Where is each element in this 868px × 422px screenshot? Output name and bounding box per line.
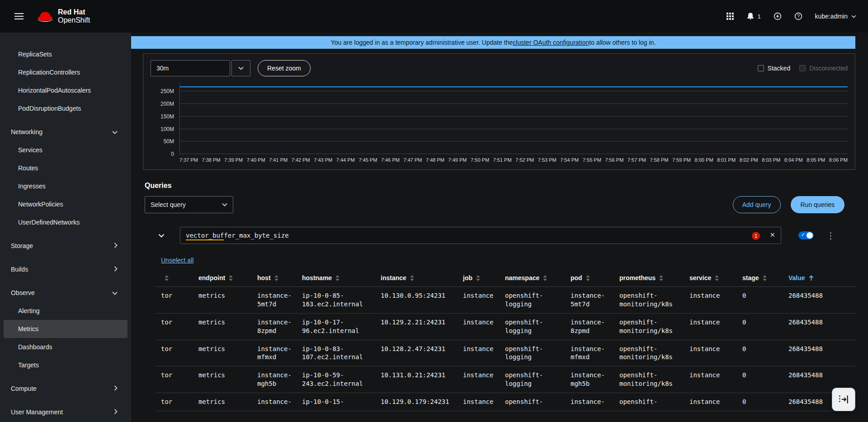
- column-header-prometheus[interactable]: prometheus: [614, 271, 684, 287]
- x-axis-label: 7:51 PM: [493, 157, 512, 164]
- sidebar-item-alerting[interactable]: Alerting: [0, 302, 131, 320]
- x-axis-label: 8:03 PM: [762, 157, 780, 164]
- masthead: Red Hat OpenShift 1: [0, 0, 868, 33]
- column-header-endpoint[interactable]: endpoint: [193, 271, 252, 287]
- hamburger-icon: [14, 13, 24, 20]
- x-axis-label: 7:53 PM: [538, 157, 557, 164]
- table-row: tormetricsinstance-​ip-​10-​0-​15-​10.12…: [156, 393, 855, 411]
- column-header-stage[interactable]: stage: [737, 271, 783, 287]
- column-label: stage: [742, 274, 759, 281]
- query-enabled-toggle[interactable]: ✓: [798, 231, 814, 239]
- redhat-openshift-logo[interactable]: Red Hat OpenShift: [37, 8, 90, 25]
- app-launcher-button[interactable]: [726, 13, 734, 20]
- sidebar-item-label: Ingresses: [18, 183, 46, 190]
- sidebar-item-networkpolicies[interactable]: NetworkPolicies: [0, 195, 131, 213]
- sidebar-item-label: Dashboards: [18, 343, 52, 351]
- y-axis-label: 50M: [164, 138, 174, 145]
- chevron-right-icon: [114, 242, 118, 249]
- help-button[interactable]: ?: [794, 12, 802, 20]
- clear-query-button[interactable]: ✕: [769, 231, 775, 239]
- sidebar-item-observe[interactable]: Observe: [0, 284, 131, 302]
- column-label: prometheus: [619, 274, 656, 281]
- sidebar-item-label: UserDefinedNetworks: [18, 219, 80, 226]
- sidebar-item-dashboards[interactable]: Dashboards: [0, 338, 131, 356]
- menu-toggle-button[interactable]: [12, 10, 26, 23]
- cell-host: instance-​8zpmd: [252, 313, 297, 340]
- cell-stage: 0: [737, 366, 783, 393]
- column-header-hostname[interactable]: hostname: [297, 271, 375, 287]
- column-header-namespace[interactable]: namespace: [500, 271, 565, 287]
- unselect-all-link[interactable]: Unselect all: [161, 257, 193, 264]
- x-axis-label: 7:42 PM: [292, 157, 310, 164]
- column-header-hidden[interactable]: [156, 271, 193, 287]
- run-queries-button[interactable]: Run queries: [791, 196, 845, 213]
- notification-count-badge: 1: [757, 13, 760, 20]
- metrics-chart-panel: Reset zoom Stacked Disconnected 050M100M: [143, 53, 855, 170]
- create-button[interactable]: [774, 12, 782, 20]
- cell-pod: instance-​: [565, 393, 614, 411]
- column-header-pod[interactable]: pod: [565, 271, 614, 287]
- cell-namespace: openshift-​logging: [500, 313, 565, 340]
- column-header-instance[interactable]: instance: [375, 271, 458, 287]
- sidebar-item-networking[interactable]: Networking: [0, 123, 131, 141]
- sort-icon: [763, 275, 767, 281]
- query-results-table-wrap: endpointhosthostnameinstancejobnamespace…: [156, 271, 855, 411]
- query-kebab-menu[interactable]: ⋮: [826, 231, 835, 240]
- sidebar-item-label: HorizontalPodAutoscalers: [18, 87, 91, 94]
- sidebar-item-user-management[interactable]: User Management: [0, 403, 131, 421]
- query-expression-input[interactable]: vector_buffer_max_byte_size 1 ✕: [180, 227, 781, 244]
- bell-icon: [746, 12, 755, 20]
- openshift-console: Red Hat OpenShift 1: [0, 0, 868, 422]
- sidebar-item-label: PodDisruptionBudgets: [18, 105, 81, 112]
- cell-endpoint: metrics: [193, 366, 252, 393]
- cell-instance: 10.131.0.21:24231: [375, 366, 458, 393]
- sidebar-item-userdefinednetworks[interactable]: UserDefinedNetworks: [0, 213, 131, 231]
- chevron-down-icon: [851, 15, 856, 18]
- cell-namespace: openshift-​: [500, 393, 565, 411]
- add-query-button[interactable]: Add query: [733, 196, 781, 213]
- user-menu-button[interactable]: kube:admin: [815, 13, 856, 20]
- sidebar-item-routes[interactable]: Routes: [0, 159, 131, 177]
- reset-zoom-button[interactable]: Reset zoom: [258, 60, 311, 76]
- column-label: hostname: [302, 274, 332, 281]
- cell-prometheus: openshift-​monitoring/k8s: [614, 313, 684, 340]
- x-axis-label: 7:39 PM: [224, 157, 243, 164]
- floating-drawer-button[interactable]: [832, 388, 855, 411]
- sidebar-item-metrics[interactable]: Metrics: [4, 320, 127, 338]
- sidebar-item-builds[interactable]: Builds: [0, 260, 131, 278]
- sidebar-item-ingresses[interactable]: Ingresses: [0, 177, 131, 195]
- cell-service: instance: [684, 340, 737, 366]
- sidebar-item-targets[interactable]: Targets: [0, 356, 131, 374]
- cell-prometheus: openshift-​: [614, 393, 684, 411]
- x-axis-label: 7:54 PM: [560, 157, 579, 164]
- sidebar-item-storage[interactable]: Storage: [0, 237, 131, 255]
- sidebar-item-replicationcontrollers[interactable]: ReplicationControllers: [0, 63, 131, 81]
- query-expander-button[interactable]: [156, 232, 166, 239]
- select-query-dropdown[interactable]: Select query: [145, 196, 233, 213]
- sidebar-item-poddisruptionbudgets[interactable]: PodDisruptionBudgets: [0, 99, 131, 117]
- x-axis-label: 7:45 PM: [359, 157, 377, 164]
- timerange-input[interactable]: [151, 60, 230, 76]
- x-axis-label: 7:50 PM: [471, 157, 489, 164]
- table-row: tormetricsinstance-​5mt7dip-​10-​0-​85-​…: [156, 287, 855, 314]
- column-header-service[interactable]: service: [684, 271, 737, 287]
- sidebar-item-horizontalpodautoscalers[interactable]: HorizontalPodAutoscalers: [0, 81, 131, 99]
- column-header-Value[interactable]: Value: [783, 271, 855, 287]
- sidebar-item-services[interactable]: Services: [0, 141, 131, 159]
- cell-hostname: ip-​10-​0-​85-​163.ec2.internal: [297, 287, 375, 314]
- stacked-checkbox[interactable]: Stacked: [758, 65, 791, 72]
- column-header-host[interactable]: host: [252, 271, 297, 287]
- x-axis-label: 7:48 PM: [426, 157, 444, 164]
- sidebar-item-label: Observe: [11, 289, 35, 296]
- x-axis-label: 8:06 PM: [829, 157, 848, 164]
- column-header-job[interactable]: job: [458, 271, 500, 287]
- sidebar-item-replicasets[interactable]: ReplicaSets: [0, 45, 131, 63]
- sidebar-item-compute[interactable]: Compute: [0, 380, 131, 398]
- oauth-config-link[interactable]: cluster OAuth configuration: [513, 39, 589, 46]
- cell-stage: 0: [737, 313, 783, 340]
- timerange-dropdown-button[interactable]: [231, 60, 250, 76]
- notifications-button[interactable]: 1: [746, 12, 760, 20]
- cell-service: instance: [684, 287, 737, 314]
- disconnected-checkbox: Disconnected: [799, 65, 848, 72]
- y-axis-label: 100M: [160, 126, 174, 132]
